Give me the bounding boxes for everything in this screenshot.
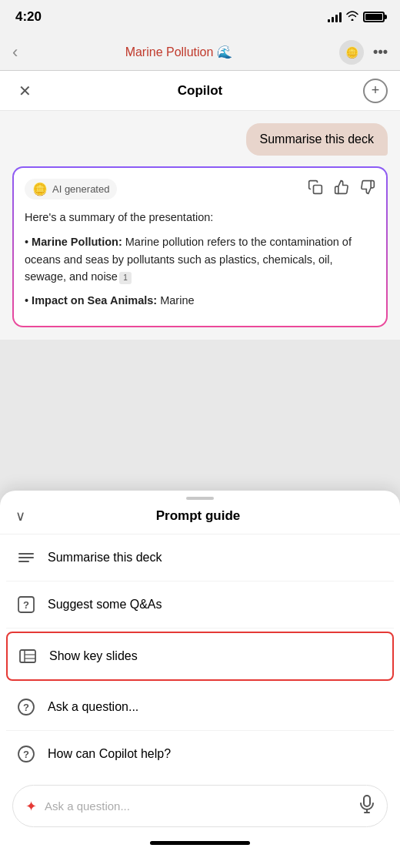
prompt-label-askquestion: Ask a question... (48, 700, 138, 714)
help-icon: ? (15, 743, 37, 765)
ai-generated-badge: 🪙 AI generated (25, 179, 117, 199)
home-bar (150, 841, 250, 845)
prompt-list: Summarise this deck ? Suggest some Q&As (0, 535, 400, 777)
citation-1: 1 (119, 272, 132, 284)
keyslides-icon (17, 645, 38, 667)
nav-bar: ‹ Marine Pollution 🌊 🪙 ••• (0, 34, 400, 71)
summarise-icon (15, 547, 37, 568)
wifi-icon (346, 11, 358, 23)
svg-rect-6 (20, 650, 35, 662)
new-chat-button[interactable]: + (363, 79, 388, 103)
nav-actions: 🪙 ••• (339, 40, 388, 65)
user-message: Summarise this deck (12, 123, 388, 156)
home-indicator (0, 833, 400, 856)
ai-card-inner: 🪙 AI generated (14, 168, 386, 326)
bullet-1-label: Marine Pollution: (32, 236, 122, 248)
svg-text:?: ? (23, 702, 29, 713)
ai-response-card: 🪙 AI generated (12, 166, 388, 327)
svg-text:?: ? (23, 599, 29, 611)
prompt-label-keyslides: Show key slides (49, 649, 138, 663)
svg-rect-14 (364, 796, 370, 806)
prompt-item-askquestion[interactable]: ? Ask a question... (6, 684, 394, 731)
user-bubble: Summarise this deck (246, 123, 388, 156)
input-placeholder: Ask a question... (45, 799, 352, 813)
thumbs-down-button[interactable] (360, 179, 375, 199)
qa-icon: ? (15, 594, 37, 615)
ai-intro: Here's a summary of the presentation: (25, 209, 375, 226)
bullet-2-label: Impact on Sea Animals: (32, 294, 157, 307)
askquestion-icon: ? (15, 696, 37, 718)
spark-icon: ✦ (25, 798, 37, 815)
status-icons (328, 11, 385, 23)
ai-card-header: 🪙 AI generated (25, 179, 375, 199)
ai-badge-icon: 🪙 (32, 182, 48, 196)
bullet-2-text: Marine (157, 294, 194, 307)
ai-bullet-1: • Marine Pollution: Marine pollution ref… (25, 233, 375, 285)
prompt-guide-sheet: ∨ Prompt guide Summarise this deck ? (0, 491, 400, 868)
more-icon[interactable]: ••• (373, 44, 388, 60)
close-button[interactable]: ✕ (12, 79, 37, 103)
copilot-header: ✕ Copilot + (0, 71, 400, 111)
prompt-item-summarise[interactable]: Summarise this deck (6, 535, 394, 581)
signal-icon (328, 12, 342, 22)
ai-card-actions (308, 179, 375, 199)
prompt-item-keyslides[interactable]: Show key slides (6, 632, 394, 681)
ai-bullet-2: • Impact on Sea Animals: Marine (25, 292, 375, 309)
chat-area: Summarise this deck 🪙 AI generated (0, 111, 400, 340)
prompt-item-qa[interactable]: ? Suggest some Q&As (6, 581, 394, 628)
input-bar[interactable]: ✦ Ask a question... (12, 785, 388, 827)
status-bar: 4:20 (0, 0, 400, 34)
prompt-item-help[interactable]: ? How can Copilot help? (6, 731, 394, 777)
sheet-header: ∨ Prompt guide (0, 500, 400, 535)
prompt-label-qa: Suggest some Q&As (48, 598, 162, 612)
svg-rect-0 (314, 186, 322, 194)
battery-icon (363, 12, 385, 22)
copilot-title: Copilot (178, 83, 223, 99)
avatar-icon[interactable]: 🪙 (339, 40, 364, 65)
back-button[interactable]: ‹ (12, 42, 18, 62)
status-time: 4:20 (15, 9, 42, 25)
sheet-title: Prompt guide (35, 508, 385, 524)
doc-title: Marine Pollution 🌊 (125, 45, 232, 59)
collapse-button[interactable]: ∨ (15, 508, 25, 524)
mic-icon[interactable] (359, 795, 375, 817)
svg-text:?: ? (23, 749, 29, 760)
copilot-panel: ✕ Copilot + Summarise this deck 🪙 AI gen… (0, 71, 400, 340)
prompt-label-summarise: Summarise this deck (48, 551, 162, 565)
thumbs-up-button[interactable] (334, 179, 349, 199)
ai-response-body: Here's a summary of the presentation: • … (25, 209, 375, 309)
copy-button[interactable] (308, 179, 323, 199)
prompt-label-help: How can Copilot help? (48, 747, 171, 761)
